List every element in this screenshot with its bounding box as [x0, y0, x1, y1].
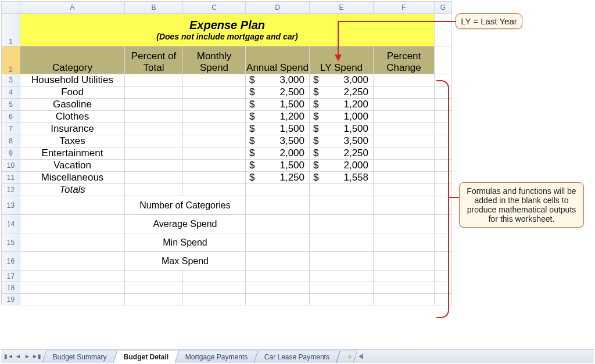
- cell[interactable]: [374, 135, 435, 147]
- cell[interactable]: [374, 111, 435, 123]
- cell[interactable]: [435, 46, 452, 74]
- cell-category[interactable]: Household Utilities: [20, 74, 125, 87]
- row-header-13[interactable]: 13: [2, 196, 20, 215]
- cell-annual-spend[interactable]: $2,000: [246, 147, 310, 160]
- header-category[interactable]: Category: [20, 46, 125, 74]
- cell[interactable]: [310, 252, 374, 271]
- row-header[interactable]: 6: [2, 111, 20, 123]
- cell[interactable]: [125, 111, 183, 123]
- totals-label[interactable]: Totals: [20, 184, 125, 196]
- cell[interactable]: [20, 233, 125, 252]
- row-header-14[interactable]: 14: [2, 215, 20, 233]
- tab-nav-next-icon[interactable]: ►: [23, 352, 31, 361]
- cell[interactable]: [310, 233, 374, 252]
- cell[interactable]: [183, 87, 246, 99]
- cell[interactable]: [183, 184, 246, 196]
- sheet-tab[interactable]: Car Lease Payments: [254, 351, 340, 363]
- cell[interactable]: [183, 74, 246, 87]
- cell-category[interactable]: Miscellaneous: [20, 172, 125, 184]
- new-sheet-tab[interactable]: ✧: [336, 351, 357, 363]
- cell[interactable]: [374, 252, 435, 271]
- cell[interactable]: [20, 252, 125, 271]
- row-header[interactable]: 4: [2, 87, 20, 99]
- col-header-G[interactable]: G: [435, 2, 452, 14]
- row-header[interactable]: 5: [2, 99, 20, 111]
- cell[interactable]: [310, 294, 374, 305]
- cell[interactable]: [246, 233, 310, 252]
- cell[interactable]: [20, 294, 125, 305]
- cell[interactable]: [246, 184, 310, 196]
- cell-ly-spend[interactable]: $1,200: [310, 99, 374, 111]
- row-header-15[interactable]: 15: [2, 233, 20, 252]
- cell-annual-spend[interactable]: $1,200: [246, 111, 310, 123]
- cell[interactable]: [125, 99, 183, 111]
- col-header-D[interactable]: D: [246, 2, 310, 14]
- cell[interactable]: [183, 294, 246, 305]
- summary-num-categories[interactable]: Number of Categories: [125, 196, 246, 215]
- cell[interactable]: [435, 14, 452, 46]
- cell-category[interactable]: Taxes: [20, 135, 125, 147]
- cell[interactable]: [374, 294, 435, 305]
- cell-annual-spend[interactable]: $1,250: [246, 172, 310, 184]
- cell[interactable]: [246, 282, 310, 294]
- cell-ly-spend[interactable]: $2,250: [310, 87, 374, 99]
- cell-annual-spend[interactable]: $2,500: [246, 87, 310, 99]
- summary-max-spend[interactable]: Max Spend: [125, 252, 246, 271]
- cell-category[interactable]: Clothes: [20, 111, 125, 123]
- row-header-16[interactable]: 16: [2, 252, 20, 271]
- cell[interactable]: [183, 271, 246, 282]
- col-header-B[interactable]: B: [125, 2, 183, 14]
- cell[interactable]: [125, 135, 183, 147]
- cell-ly-spend[interactable]: $2,000: [310, 160, 374, 172]
- cell[interactable]: [125, 147, 183, 160]
- cell[interactable]: [20, 196, 125, 215]
- row-header[interactable]: 9: [2, 147, 20, 160]
- cell[interactable]: [183, 282, 246, 294]
- cell[interactable]: [374, 147, 435, 160]
- sheet-tab[interactable]: Budget Detail: [113, 351, 179, 363]
- row-header-1[interactable]: 1: [2, 14, 20, 46]
- cell[interactable]: [183, 135, 246, 147]
- row-header-2[interactable]: 2: [2, 46, 20, 74]
- cell[interactable]: [374, 123, 435, 135]
- cell[interactable]: [183, 172, 246, 184]
- cell-annual-spend[interactable]: $1,500: [246, 123, 310, 135]
- cell[interactable]: [246, 252, 310, 271]
- col-header-C[interactable]: C: [183, 2, 246, 14]
- cell[interactable]: [183, 99, 246, 111]
- col-header-A[interactable]: A: [20, 2, 125, 14]
- cell-category[interactable]: Vacation: [20, 160, 125, 172]
- cell[interactable]: [374, 233, 435, 252]
- select-all-corner[interactable]: [2, 2, 20, 14]
- cell[interactable]: [125, 282, 183, 294]
- cell[interactable]: [183, 111, 246, 123]
- cell-annual-spend[interactable]: $1,500: [246, 160, 310, 172]
- row-header-12[interactable]: 12: [2, 184, 20, 196]
- tab-scroll-left-icon[interactable]: [359, 354, 363, 359]
- row-header[interactable]: 3: [2, 74, 20, 87]
- tab-nav-first-icon[interactable]: ▮◄: [5, 352, 13, 361]
- row-header[interactable]: 18: [2, 282, 20, 294]
- summary-min-spend[interactable]: Min Spend: [125, 233, 246, 252]
- cell[interactable]: [183, 147, 246, 160]
- col-header-E[interactable]: E: [310, 2, 374, 14]
- row-header[interactable]: 10: [2, 160, 20, 172]
- cell[interactable]: [246, 271, 310, 282]
- cell[interactable]: [374, 282, 435, 294]
- cell[interactable]: [374, 271, 435, 282]
- cell[interactable]: [374, 184, 435, 196]
- cell-category[interactable]: Entertainment: [20, 147, 125, 160]
- cell-ly-spend[interactable]: $3,000: [310, 74, 374, 87]
- cell[interactable]: [374, 87, 435, 99]
- cell-ly-spend[interactable]: $1,500: [310, 123, 374, 135]
- cell-category[interactable]: Food: [20, 87, 125, 99]
- cell[interactable]: [374, 160, 435, 172]
- cell[interactable]: [246, 215, 310, 233]
- tab-nav-last-icon[interactable]: ►▮: [33, 352, 41, 361]
- cell[interactable]: [310, 184, 374, 196]
- header-percent-change[interactable]: Percent Change: [374, 46, 435, 74]
- cell[interactable]: [125, 74, 183, 87]
- cell[interactable]: [246, 294, 310, 305]
- cell[interactable]: [125, 87, 183, 99]
- col-header-F[interactable]: F: [374, 2, 435, 14]
